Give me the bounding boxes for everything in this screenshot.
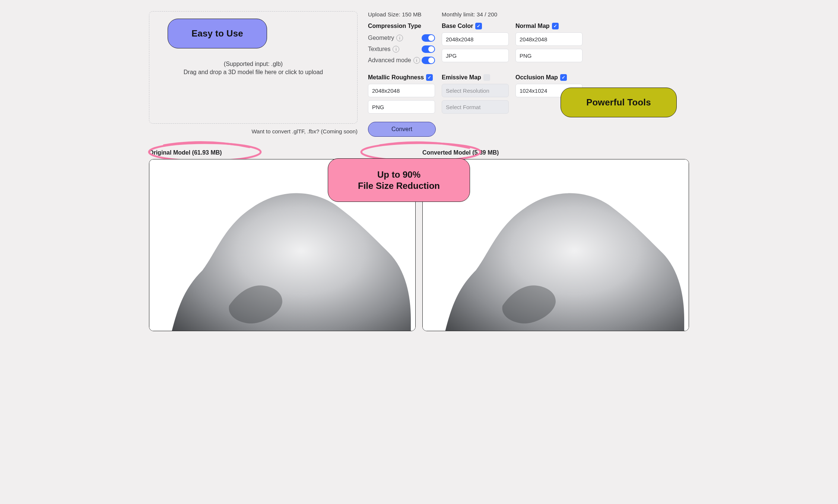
metallic-roughness-resolution-value: 2048x2048 — [372, 88, 400, 94]
compression-type-title-text: Compression Type — [368, 23, 421, 29]
dropzone-instructions: Drag and drop a 3D model file here or cl… — [149, 68, 357, 76]
supported-input-text: (Supported input: .glb) — [149, 60, 357, 68]
checkbox-occlusion-map[interactable] — [560, 74, 567, 81]
callout-easy-label: Easy to Use — [191, 28, 243, 39]
toggle-geometry[interactable] — [422, 34, 435, 42]
original-model-label: Original Model (61.93 MB) — [149, 149, 416, 156]
checkbox-base-color[interactable] — [475, 23, 482, 29]
normal-map-column: Normal Map 2048x2048 PNG — [515, 23, 583, 62]
metallic-roughness-format-value: PNG — [372, 104, 384, 110]
normal-map-format-value: PNG — [520, 53, 532, 59]
base-color-title: Base Color — [442, 23, 473, 29]
base-color-format-value: JPG — [446, 53, 457, 59]
toggle-advanced-label: Advanced mode — [368, 57, 411, 64]
toggle-row-textures: Textures i — [368, 44, 435, 55]
callout-easy-to-use: Easy to Use — [168, 19, 267, 48]
compression-type-column: Compression Type Geometry i Tex — [368, 23, 435, 66]
callout-file-size-reduction: Up to 90% File Size Reduction — [328, 158, 470, 202]
monthly-limit-label: Monthly limit: 34 / 200 — [442, 11, 509, 18]
compression-type-title: Compression Type — [368, 23, 435, 29]
select-emissive-map-format[interactable]: Select Format — [442, 100, 509, 114]
select-metallic-roughness-format[interactable]: PNG — [368, 100, 435, 114]
toggle-row-advanced: Advanced mode i — [368, 55, 435, 66]
toggle-row-geometry: Geometry i — [368, 32, 435, 44]
select-base-color-resolution[interactable]: 2048x2048 — [442, 32, 509, 46]
convert-button[interactable]: Convert — [368, 122, 436, 137]
toggle-textures-label: Textures — [368, 46, 390, 53]
select-base-color-format[interactable]: JPG — [442, 49, 509, 62]
callout-powerful-label: Powerful Tools — [586, 97, 651, 108]
metallic-roughness-column: Metallic Roughness 2048x2048 PNG — [368, 74, 435, 114]
metallic-roughness-title: Metallic Roughness — [368, 74, 424, 81]
toggle-textures[interactable] — [422, 45, 435, 53]
emissive-map-resolution-placeholder: Select Resolution — [446, 88, 489, 94]
coming-soon-text: Want to convert .glTF, .fbx? (Coming soo… — [149, 128, 358, 134]
callout-reduction-line2: File Size Reduction — [358, 180, 440, 191]
callout-powerful-tools: Powerful Tools — [561, 88, 677, 117]
select-metallic-roughness-resolution[interactable]: 2048x2048 — [368, 84, 435, 97]
upload-size-label: Upload Size: 150 MB — [368, 11, 435, 18]
toggle-geometry-label: Geometry — [368, 35, 394, 41]
emissive-map-title: Emissive Map — [442, 74, 481, 81]
occlusion-map-title: Occlusion Map — [515, 74, 558, 81]
base-color-column: Base Color 2048x2048 JPG — [442, 23, 509, 62]
info-icon[interactable]: i — [393, 46, 399, 53]
callout-reduction-line1: Up to 90% — [377, 169, 420, 180]
select-normal-map-format[interactable]: PNG — [515, 49, 583, 62]
checkbox-normal-map[interactable] — [552, 23, 559, 29]
toggle-advanced-mode[interactable] — [422, 57, 435, 64]
emissive-map-format-placeholder: Select Format — [446, 104, 480, 110]
occlusion-map-resolution-value: 1024x1024 — [520, 88, 547, 94]
emissive-map-column: Emissive Map Select Resolution Select Fo… — [442, 74, 509, 114]
converted-model-label: Converted Model (5.89 MB) — [422, 149, 689, 156]
select-normal-map-resolution[interactable]: 2048x2048 — [515, 32, 583, 46]
info-icon[interactable]: i — [413, 57, 420, 64]
base-color-resolution-value: 2048x2048 — [446, 36, 473, 42]
info-icon[interactable]: i — [396, 35, 403, 41]
checkbox-emissive-map[interactable] — [483, 74, 490, 81]
normal-map-title: Normal Map — [515, 23, 550, 29]
select-emissive-map-resolution[interactable]: Select Resolution — [442, 84, 509, 97]
normal-map-resolution-value: 2048x2048 — [520, 36, 547, 42]
checkbox-metallic-roughness[interactable] — [426, 74, 433, 81]
convert-button-label: Convert — [391, 126, 412, 133]
